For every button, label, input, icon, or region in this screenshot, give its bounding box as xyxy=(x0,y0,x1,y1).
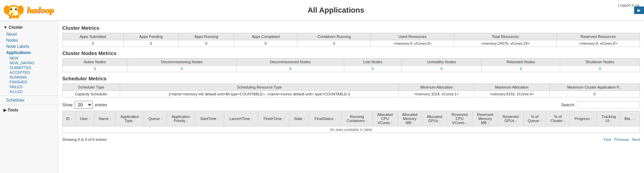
sidebar-item-node-labels[interactable]: Node Labels xyxy=(0,43,58,50)
svg-point-3 xyxy=(17,5,24,14)
link-unhealthy-nodes[interactable]: 0 xyxy=(440,67,442,71)
link-lost-nodes[interactable]: 0 xyxy=(372,67,374,71)
page-title: All Applications xyxy=(54,6,618,15)
val-apps-running: 0 xyxy=(179,40,234,47)
sort-starttime-icon: ↕ xyxy=(217,117,219,121)
sort-finishtime-icon: ↕ xyxy=(283,117,284,121)
main-content: Cluster Metrics Apps Submitted Apps Pend… xyxy=(58,21,644,173)
col-pct-queue[interactable]: % ofQueue ↕ xyxy=(523,111,546,127)
entries-label: entries xyxy=(95,103,107,107)
sort-containers-icon: ↕ xyxy=(366,119,368,123)
col-finishtime[interactable]: FinishTime ↕ xyxy=(258,111,290,127)
sidebar-item-finished[interactable]: FINISHED xyxy=(3,80,58,84)
search-label: Search: xyxy=(561,103,575,107)
hadoop-logo-text: hadoop xyxy=(27,5,54,15)
svg-rect-10 xyxy=(16,15,19,18)
search-input[interactable] xyxy=(577,101,640,108)
col-allocated-memory[interactable]: AllocatedMemoryMB ↕ xyxy=(397,111,422,127)
sidebar-item-new[interactable]: NEW xyxy=(3,56,58,61)
sidebar-item-running[interactable]: RUNNING xyxy=(3,75,58,80)
link-decommissioning-nodes[interactable]: 0 xyxy=(181,67,183,71)
link-rebooted-nodes[interactable]: 0 xyxy=(520,67,522,71)
sidebar-item-submitted[interactable]: SUBMITTED xyxy=(3,65,58,70)
sidebar-item-accepted[interactable]: ACCEPTED xyxy=(3,70,58,75)
col-total-resources: Total Resources xyxy=(454,33,557,40)
cluster-nodes-row: 3 0 0 0 0 0 0 xyxy=(63,66,640,72)
pagination-info: Showing 0 to 0 of 0 entries xyxy=(62,137,107,142)
col-tracking-ui[interactable]: TrackingUI ↕ xyxy=(597,111,620,127)
sort-res-gpus-icon: ↕ xyxy=(515,119,517,123)
col-launchtime[interactable]: LaunchTime ↕ xyxy=(224,111,258,127)
sort-id-icon: ↕ xyxy=(71,117,73,121)
sidebar-item-new-saving[interactable]: NEW_SAVING xyxy=(3,61,58,65)
link-active-nodes[interactable]: 3 xyxy=(94,67,96,71)
val-containers-running: 0 xyxy=(297,40,371,47)
col-unhealthy-nodes: Unhealthy Nodes xyxy=(401,58,481,66)
sidebar-item-nodes[interactable]: Nodes xyxy=(0,37,58,43)
svg-point-6 xyxy=(11,9,12,9)
sort-priority-icon: ↕ xyxy=(186,119,188,123)
val-minimum-allocation: <memory:1024, vCores:1> xyxy=(399,91,474,97)
pagination-previous[interactable]: Previous xyxy=(614,137,629,142)
col-finalstatus[interactable]: FinalStatus ↕ xyxy=(309,111,342,127)
tools-section-header[interactable]: ▶ Tools xyxy=(0,106,58,114)
sort-bla-icon: ↕ xyxy=(634,117,636,121)
table-controls: Show 10 20 25 50 100 entries Search: xyxy=(62,101,640,109)
svg-point-4 xyxy=(10,8,12,10)
col-starttime[interactable]: StartTime ↕ xyxy=(195,111,224,127)
entries-select[interactable]: 10 20 25 50 100 xyxy=(75,101,93,109)
val-apps-completed: 0 xyxy=(234,40,297,47)
col-minimum-allocation: Minimum Allocation xyxy=(399,84,474,91)
val-total-resources: <memory:24576, vCores:24> xyxy=(454,40,557,47)
col-decommissioned-nodes: Decommissioned Nodes xyxy=(236,58,344,66)
cluster-nodes-metrics-title: Cluster Nodes Metrics xyxy=(62,50,640,56)
app-states-list: NEW NEW_SAVING SUBMITTED ACCEPTED RUNNIN… xyxy=(0,56,58,94)
val-apps-pending: 0 xyxy=(124,40,179,47)
applications-table: ID ↕ User ↕ Name ↕ ApplicationType ↕ Que… xyxy=(62,111,640,133)
col-reserved-gpus[interactable]: ReservedGPUs ↕ xyxy=(498,111,524,127)
scheduler-metrics-title: Scheduler Metrics xyxy=(62,76,640,81)
col-reserved-memory[interactable]: ReservedMemoryMB ↕ xyxy=(472,111,498,127)
sidebar-item-scheduler[interactable]: Scheduler xyxy=(0,97,58,103)
col-allocated-gpus[interactable]: AllocatedGPUs ↕ xyxy=(422,111,447,127)
sidebar-item-about[interactable]: About xyxy=(0,31,58,37)
pagination-links: First Previous Next xyxy=(602,137,640,142)
sort-res-cpu-icon: ↕ xyxy=(466,121,467,125)
col-progress[interactable]: Progress ↕ xyxy=(570,111,597,127)
link-decommissioned-nodes[interactable]: 0 xyxy=(289,67,291,71)
col-scheduler-type: Scheduler Type xyxy=(63,84,120,91)
col-application-type[interactable]: ApplicationType ↕ xyxy=(116,111,144,127)
sidebar-item-applications[interactable]: Applications xyxy=(0,50,58,56)
pagination-next[interactable]: Next xyxy=(632,137,640,142)
cluster-section-header[interactable]: ▼ Cluster xyxy=(0,24,58,31)
val-apps-submitted: 0 xyxy=(63,40,124,47)
col-blacklisted[interactable]: Bla... ↕ xyxy=(620,111,640,127)
col-id[interactable]: ID ↕ xyxy=(63,111,76,127)
sidebar-item-failed[interactable]: FAILED xyxy=(3,84,58,89)
col-state[interactable]: State ↕ xyxy=(289,111,309,127)
col-running-containers[interactable]: RunningContainers ↕ xyxy=(341,111,373,127)
sort-res-mem-icon: ↕ xyxy=(488,121,489,125)
scheduler-metrics-row: Capacity Scheduler [<name=memory-mb defa… xyxy=(63,91,640,97)
col-rebooted-nodes: Rebooted Nodes xyxy=(481,58,560,66)
col-name[interactable]: Name ↕ xyxy=(94,111,116,127)
col-lost-nodes: Lost Nodes xyxy=(344,58,402,66)
svg-rect-8 xyxy=(9,15,12,18)
sort-alloc-gpus-icon: ↕ xyxy=(439,119,441,123)
pagination-first[interactable]: First xyxy=(604,137,611,142)
sort-alloc-cpu-icon: ↕ xyxy=(391,121,393,125)
sidebar: ▼ Cluster About Nodes Node Labels Applic… xyxy=(0,21,58,173)
top-button[interactable]: ▶ xyxy=(634,6,644,14)
col-user[interactable]: User ↕ xyxy=(76,111,94,127)
val-maximum-allocation: <memory:8192, vCores:4> xyxy=(474,91,550,97)
col-reserved-cpu[interactable]: ReservedCPUVCores ↕ xyxy=(447,111,473,127)
link-shutdown-nodes[interactable]: 0 xyxy=(599,67,601,71)
sidebar-item-killed[interactable]: KILLED xyxy=(3,89,58,94)
col-shutdown-nodes: Shutdown Nodes xyxy=(560,58,640,66)
sort-launchtime-icon: ↕ xyxy=(251,117,253,121)
col-allocated-cpu[interactable]: AllocatedCPUVCores ↕ xyxy=(373,111,397,127)
col-pct-cluster[interactable]: % ofCluster ↕ xyxy=(546,111,570,127)
col-queue[interactable]: Queue ↕ xyxy=(144,111,167,127)
col-apps-submitted: Apps Submitted xyxy=(63,33,124,40)
col-application-priority[interactable]: ApplicationPriority ↕ xyxy=(167,111,195,127)
